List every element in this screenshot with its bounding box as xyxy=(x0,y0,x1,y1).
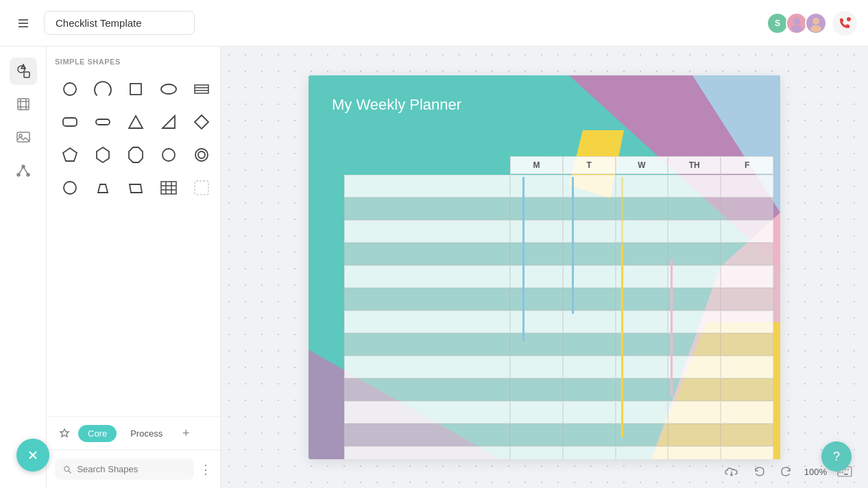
svg-marker-29 xyxy=(129,116,143,128)
shapes-section-label: SIMPLE SHAPES xyxy=(55,58,212,66)
svg-point-18 xyxy=(22,165,25,168)
svg-rect-27 xyxy=(63,118,77,126)
call-button[interactable] xyxy=(832,11,857,36)
svg-rect-11 xyxy=(18,99,29,110)
tab-star-icon[interactable] xyxy=(55,424,74,443)
header-f: F xyxy=(721,156,773,174)
svg-marker-30 xyxy=(162,116,175,128)
svg-marker-47 xyxy=(60,429,69,437)
svg-point-5 xyxy=(812,18,819,25)
shape-arc[interactable] xyxy=(88,74,118,104)
sidebar-item-image[interactable] xyxy=(10,123,37,151)
table-row xyxy=(344,378,773,401)
svg-point-23 xyxy=(161,84,176,94)
svg-rect-9 xyxy=(24,72,29,77)
shape-tabs: Core Process + xyxy=(47,416,220,450)
fab-close-button[interactable] xyxy=(16,439,49,472)
avatar-img[interactable] xyxy=(805,12,827,34)
tab-core[interactable]: Core xyxy=(78,425,117,442)
shape-trapezoid[interactable] xyxy=(88,173,118,203)
shape-pentagon[interactable] xyxy=(55,140,85,170)
undo-icon[interactable] xyxy=(749,462,769,481)
table-row xyxy=(344,175,773,197)
shape-circle-4[interactable] xyxy=(55,173,85,203)
search-input[interactable] xyxy=(77,464,186,474)
shape-right-triangle[interactable] xyxy=(154,107,184,137)
sidebar-item-diagram[interactable] xyxy=(10,156,37,184)
svg-point-37 xyxy=(198,151,205,158)
topbar: Checklist Template S xyxy=(0,0,868,47)
header-w: W xyxy=(616,156,668,174)
bottombar: 100% xyxy=(221,455,868,488)
shape-octagon[interactable] xyxy=(121,140,151,170)
shape-extra[interactable] xyxy=(186,173,217,203)
svg-rect-22 xyxy=(130,84,141,95)
shapes-panel: SIMPLE SHAPES xyxy=(47,47,221,488)
planner-table: M T W TH F xyxy=(344,156,773,452)
table-row xyxy=(344,220,773,243)
shape-parallelogram[interactable] xyxy=(121,173,151,203)
table-rows xyxy=(344,175,773,459)
svg-point-20 xyxy=(27,173,29,176)
shape-diamond[interactable] xyxy=(186,107,217,137)
svg-point-3 xyxy=(793,18,800,25)
svg-marker-32 xyxy=(63,148,77,161)
shape-striped-rect[interactable] xyxy=(186,74,217,104)
svg-rect-41 xyxy=(161,182,176,194)
search-input-wrap[interactable] xyxy=(55,459,194,480)
planner-canvas[interactable]: My Weekly Planner M T W TH F xyxy=(309,75,780,459)
table-row xyxy=(344,243,773,265)
tab-process[interactable]: Process xyxy=(121,425,172,442)
svg-point-6 xyxy=(810,25,821,32)
header-t: T xyxy=(563,156,616,174)
svg-line-49 xyxy=(69,470,71,473)
shape-hexagon[interactable] xyxy=(88,140,118,170)
shapes-grid xyxy=(55,74,212,203)
canvas-area: My Weekly Planner M T W TH F xyxy=(221,47,868,488)
redo-icon[interactable] xyxy=(777,462,796,481)
header-m: M xyxy=(510,156,563,174)
help-button[interactable]: ? xyxy=(821,441,852,472)
svg-point-19 xyxy=(17,173,20,176)
collaborators: S xyxy=(769,11,857,36)
shape-table[interactable] xyxy=(154,173,184,203)
svg-marker-33 xyxy=(97,147,109,162)
table-row xyxy=(344,197,773,220)
svg-point-38 xyxy=(64,182,76,194)
svg-point-4 xyxy=(791,25,802,32)
menu-button[interactable] xyxy=(11,11,36,36)
document-title-area[interactable]: Checklist Template xyxy=(44,11,195,35)
search-more-button[interactable]: ⋮ xyxy=(200,462,212,477)
svg-rect-24 xyxy=(195,85,208,93)
planner-title: My Weekly Planner xyxy=(332,96,461,114)
sidebar-item-frame[interactable] xyxy=(10,90,37,118)
document-title: Checklist Template xyxy=(56,17,142,29)
shape-circle[interactable] xyxy=(55,74,85,104)
cloud-icon[interactable] xyxy=(722,462,741,481)
sidebar-item-shapes[interactable] xyxy=(10,58,37,85)
svg-point-36 xyxy=(195,149,208,161)
table-row xyxy=(344,333,773,356)
table-row xyxy=(344,265,773,288)
shape-rounded-rect[interactable] xyxy=(55,107,85,137)
svg-point-7 xyxy=(847,17,851,21)
shape-circle-2[interactable] xyxy=(154,140,184,170)
svg-point-48 xyxy=(64,466,69,471)
svg-marker-34 xyxy=(129,147,143,162)
tab-add-button[interactable]: + xyxy=(176,424,195,443)
shape-circle-3[interactable] xyxy=(186,140,217,170)
svg-marker-39 xyxy=(98,184,108,193)
svg-marker-40 xyxy=(130,184,142,193)
svg-rect-46 xyxy=(195,181,208,195)
table-row xyxy=(344,356,773,378)
table-row xyxy=(344,424,773,446)
shape-triangle[interactable] xyxy=(121,107,151,137)
svg-point-35 xyxy=(162,149,175,161)
shape-square[interactable] xyxy=(121,74,151,104)
shape-ellipse[interactable] xyxy=(154,74,184,104)
table-row xyxy=(344,310,773,333)
shape-stadium[interactable] xyxy=(88,107,118,137)
table-row xyxy=(344,288,773,310)
sidebar xyxy=(0,47,47,488)
search-area: ⋮ xyxy=(47,450,220,488)
